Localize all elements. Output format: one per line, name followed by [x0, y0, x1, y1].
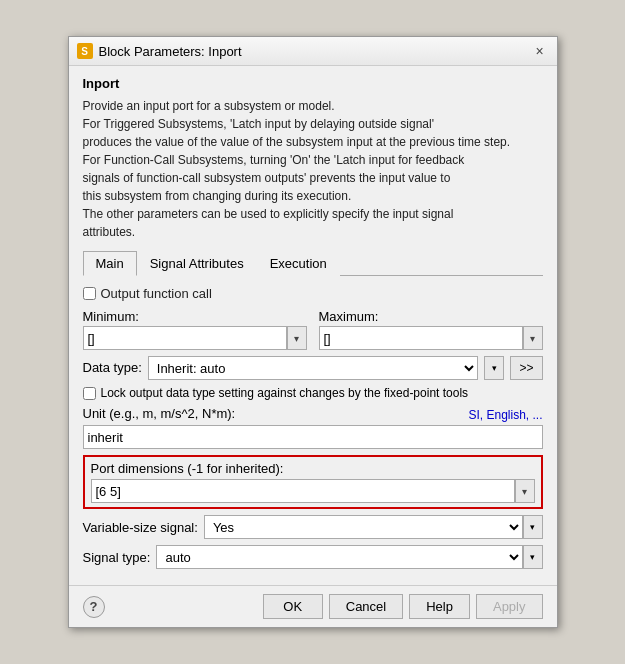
- block-parameters-dialog: S Block Parameters: Inport × Inport Prov…: [68, 36, 558, 628]
- minimum-dropdown-btn[interactable]: ▾: [287, 326, 307, 350]
- help-icon-button[interactable]: ?: [83, 596, 105, 618]
- output-fn-call-checkbox[interactable]: [83, 287, 96, 300]
- maximum-input-group: ▾: [319, 326, 543, 350]
- dialog-icon: S: [77, 43, 93, 59]
- description-text: Provide an input port for a subsystem or…: [83, 97, 543, 241]
- signal-type-chevron[interactable]: ▾: [523, 545, 543, 569]
- variable-size-chevron[interactable]: ▾: [523, 515, 543, 539]
- lock-label: Lock output data type setting against ch…: [101, 386, 469, 400]
- port-input-row: ▾: [91, 479, 535, 503]
- port-dim-label: Port dimensions (-1 for inherited):: [91, 461, 535, 476]
- signal-type-label: Signal type:: [83, 550, 151, 565]
- lock-row: Lock output data type setting against ch…: [83, 386, 543, 400]
- tab-main[interactable]: Main: [83, 251, 137, 276]
- lock-checkbox[interactable]: [83, 387, 96, 400]
- unit-input[interactable]: [83, 425, 543, 449]
- dialog-body: Inport Provide an input port for a subsy…: [69, 66, 557, 585]
- dialog-title: Block Parameters: Inport: [99, 44, 242, 59]
- minimum-label: Minimum:: [83, 309, 307, 324]
- variable-size-select[interactable]: Yes: [204, 515, 523, 539]
- title-bar-left: S Block Parameters: Inport: [77, 43, 242, 59]
- unit-row: Unit (e.g., m, m/s^2, N*m): SI, English,…: [83, 406, 543, 423]
- close-button[interactable]: ×: [531, 42, 549, 60]
- signal-type-select[interactable]: auto: [156, 545, 522, 569]
- cancel-button[interactable]: Cancel: [329, 594, 403, 619]
- maximum-group: Maximum: ▾: [319, 309, 543, 350]
- unit-label: Unit (e.g., m, m/s^2, N*m):: [83, 406, 236, 421]
- port-dim-dropdown-btn[interactable]: ▾: [515, 479, 535, 503]
- help-button[interactable]: Help: [409, 594, 470, 619]
- port-dimensions-section: Port dimensions (-1 for inherited): ▾: [83, 455, 543, 509]
- double-arrow-button[interactable]: >>: [510, 356, 542, 380]
- tab-bar: Main Signal Attributes Execution: [83, 251, 543, 276]
- title-bar: S Block Parameters: Inport ×: [69, 37, 557, 66]
- output-fn-call-label: Output function call: [101, 286, 212, 301]
- tab-execution[interactable]: Execution: [257, 251, 340, 276]
- variable-size-row: Variable-size signal: Yes ▾: [83, 515, 543, 539]
- variable-size-label: Variable-size signal:: [83, 520, 198, 535]
- minimum-input-group: ▾: [83, 326, 307, 350]
- minimum-group: Minimum: ▾: [83, 309, 307, 350]
- maximum-input[interactable]: [319, 326, 523, 350]
- signal-type-row: Signal type: auto ▾: [83, 545, 543, 569]
- output-fn-call-row: Output function call: [83, 286, 543, 301]
- data-type-row: Data type: Inherit: auto ▾ >>: [83, 356, 543, 380]
- minimum-input[interactable]: [83, 326, 287, 350]
- ok-button[interactable]: OK: [263, 594, 323, 619]
- section-title: Inport: [83, 76, 543, 91]
- data-type-chevron[interactable]: ▾: [484, 356, 504, 380]
- maximum-dropdown-btn[interactable]: ▾: [523, 326, 543, 350]
- tab-signal-attributes[interactable]: Signal Attributes: [137, 251, 257, 276]
- bottom-buttons: ? OK Cancel Help Apply: [69, 585, 557, 627]
- apply-button[interactable]: Apply: [476, 594, 543, 619]
- data-type-label: Data type:: [83, 360, 142, 375]
- maximum-label: Maximum:: [319, 309, 543, 324]
- unit-link[interactable]: SI, English, ...: [468, 408, 542, 422]
- action-buttons: OK Cancel Help Apply: [263, 594, 543, 619]
- port-dim-input[interactable]: [91, 479, 515, 503]
- data-type-select[interactable]: Inherit: auto: [148, 356, 479, 380]
- min-max-row: Minimum: ▾ Maximum: ▾: [83, 309, 543, 350]
